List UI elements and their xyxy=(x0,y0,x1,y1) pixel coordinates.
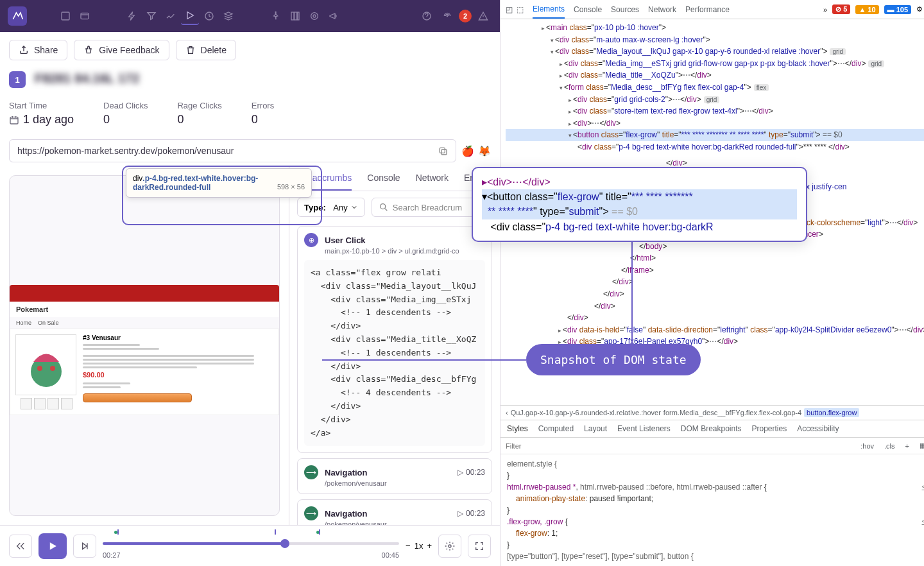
add-rule-button[interactable]: + xyxy=(903,441,912,451)
info-pill[interactable]: ▬ 105 xyxy=(884,5,911,14)
product-image xyxy=(15,334,76,395)
settings-button[interactable] xyxy=(438,535,461,558)
sentry-logo[interactable] xyxy=(8,6,27,26)
session-id: F8281 84.16L 172 xyxy=(35,71,139,86)
svg-point-15 xyxy=(50,366,55,371)
nav-icon-2[interactable] xyxy=(76,7,94,25)
svg-point-6 xyxy=(311,13,318,20)
styles-tab-properties[interactable]: Properties xyxy=(752,424,787,433)
player-controls: 00:27 00:45 − 1x + xyxy=(0,525,500,566)
breadcrumb-item[interactable]: ⟶Navigation▷ 00:23 /pokemon/venusaur xyxy=(297,458,492,494)
svg-rect-11 xyxy=(440,148,445,153)
styles-tab-computed[interactable]: Computed xyxy=(538,424,574,433)
feedback-button[interactable]: Give Feedback xyxy=(74,40,169,60)
svg-point-17 xyxy=(449,545,451,547)
svg-point-16 xyxy=(380,204,385,209)
svg-rect-1 xyxy=(81,13,89,19)
styles-rules[interactable]: element.style { } html.rrweb-paused *, h… xyxy=(501,454,924,566)
play-icon[interactable] xyxy=(181,7,199,25)
devtools-tab-console[interactable]: Console xyxy=(574,1,602,18)
session-stats: Start Time1 day ago Dead Clicks0 Rage Cl… xyxy=(0,97,500,135)
styles-tab-layout[interactable]: Layout xyxy=(584,424,607,433)
tab-console[interactable]: Console xyxy=(367,173,400,191)
warning-icon[interactable] xyxy=(474,7,492,25)
pin-icon[interactable] xyxy=(267,7,285,25)
svg-rect-4 xyxy=(295,12,297,20)
click-icon: ⊕ xyxy=(304,233,318,247)
play-button[interactable] xyxy=(38,533,67,559)
target-icon[interactable] xyxy=(305,7,323,25)
nav-icon-1[interactable] xyxy=(56,7,74,25)
nav-icon: ⟶ xyxy=(304,506,318,520)
cls-button[interactable]: .cls xyxy=(882,441,898,451)
delete-button[interactable]: Delete xyxy=(176,40,236,60)
replay-preview: Pokemart HomeOn Sale #3 Venusaur xyxy=(9,175,280,516)
start-time-label: Start Time xyxy=(9,101,74,110)
hov-button[interactable]: :hov xyxy=(858,441,877,451)
chart-icon[interactable] xyxy=(162,7,180,25)
start-time-value: 1 day ago xyxy=(23,113,74,126)
action-toolbar: Share Give Feedback Delete xyxy=(0,32,500,67)
inspect-icon[interactable]: ◰ xyxy=(506,5,513,14)
session-avatar: 1 xyxy=(9,71,26,88)
devtools-tab-network[interactable]: Network xyxy=(648,1,676,18)
svg-rect-12 xyxy=(441,150,447,155)
product-price: $90.00 xyxy=(83,371,273,379)
warn-pill[interactable]: ▲ 10 xyxy=(855,5,878,14)
svg-rect-0 xyxy=(62,12,69,20)
broadcast-icon[interactable] xyxy=(438,7,456,25)
settings-icon[interactable]: ⚙ xyxy=(916,5,923,13)
rage-clicks-value: 0 xyxy=(177,113,221,126)
device-icon[interactable]: ⬚ xyxy=(517,5,524,14)
styles-tabs: Styles Computed Layout Event Listeners D… xyxy=(501,420,924,438)
element-tooltip: div.p-4.bg-red.text-white.hover:bg-darkR… xyxy=(126,168,312,198)
svg-point-7 xyxy=(313,15,316,17)
tab-network[interactable]: Network xyxy=(416,173,449,191)
timeline[interactable]: 00:27 00:45 xyxy=(103,533,399,559)
styles-filter[interactable] xyxy=(506,442,853,450)
help-icon[interactable] xyxy=(418,7,436,25)
funnel-icon[interactable] xyxy=(142,7,160,25)
styles-tab-breakpoints[interactable]: DOM Breakpoints xyxy=(681,424,742,433)
svg-point-9 xyxy=(447,15,447,16)
skip-button[interactable] xyxy=(73,535,96,558)
breadcrumb-item[interactable]: ⊕ User Click main.px-10.pb-10 > div > ul… xyxy=(297,226,492,453)
nav-icon: ⟶ xyxy=(304,465,318,479)
errors-value: 0 xyxy=(252,113,274,126)
error-pill[interactable]: ⊘ 5 xyxy=(832,4,850,14)
share-button[interactable]: Share xyxy=(9,40,67,60)
alert-badge[interactable]: 2 xyxy=(459,10,472,22)
svg-rect-10 xyxy=(10,117,18,124)
svg-point-14 xyxy=(37,366,42,371)
styles-tab-a11y[interactable]: Accessibility xyxy=(797,424,839,433)
bolt-icon[interactable] xyxy=(123,7,141,25)
clock-icon[interactable] xyxy=(200,7,218,25)
speed-control[interactable]: − 1x + xyxy=(406,541,432,551)
rewind-button[interactable] xyxy=(9,535,32,558)
firefox-icon: 🦊 xyxy=(478,145,491,157)
svg-rect-5 xyxy=(297,12,299,20)
columns-icon[interactable] xyxy=(286,7,304,25)
devtools-tab-sources[interactable]: Sources xyxy=(611,1,639,18)
breadcrumb-item[interactable]: ⟶Navigation▷ 00:23 /pokemon/venusaur xyxy=(297,499,492,525)
svg-rect-3 xyxy=(291,12,294,20)
megaphone-icon[interactable] xyxy=(325,7,343,25)
page-url[interactable]: https://pokemon-market.sentry.dev/pokemo… xyxy=(9,139,456,162)
devtools-pane: ◰ ⬚ Elements Console Sources Network Per… xyxy=(501,0,924,566)
dom-breadcrumb-path[interactable]: ‹ QuJ.gap-x-10.gap-y-6.rounded-xl.relati… xyxy=(501,405,924,420)
devtools-tab-elements[interactable]: Elements xyxy=(533,1,565,19)
app-top-nav: 2 xyxy=(0,0,500,32)
dom-zoom-overlay: ▸<div>⋯</div> ▾<button class="flex-grow"… xyxy=(472,167,807,242)
styles-tab-listeners[interactable]: Event Listeners xyxy=(617,424,671,433)
apple-icon: 🍎 xyxy=(461,145,474,157)
styles-tab-styles[interactable]: Styles xyxy=(507,424,528,433)
box-model-icon[interactable]: ▦ xyxy=(917,440,924,451)
devtools-tab-performance[interactable]: Performance xyxy=(685,1,730,18)
annotation-callout: Snapshot of DOM state xyxy=(526,344,701,375)
stack-icon[interactable] xyxy=(219,7,237,25)
fullscreen-button[interactable] xyxy=(468,535,491,558)
dead-clicks-value: 0 xyxy=(103,113,148,126)
dom-snippet: <a class="flex grow relati <div class="M… xyxy=(304,260,485,446)
add-to-cart-button[interactable] xyxy=(83,393,192,402)
